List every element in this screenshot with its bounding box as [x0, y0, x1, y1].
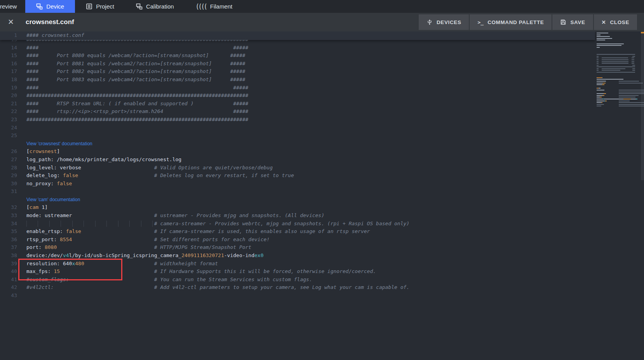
command-palette-button-label: COMMAND PALETTE [487, 19, 544, 25]
code-token: #### [26, 108, 38, 114]
code-token: false [57, 181, 72, 186]
code-token: #### [26, 45, 38, 50]
minimap-row [597, 101, 641, 101]
code-token [81, 165, 154, 170]
code-line: 25 [0, 132, 594, 140]
code-line: 19#### ##### [0, 84, 594, 92]
minimap-row [597, 57, 641, 58]
code-token [193, 101, 233, 106]
code-token: ########################################… [26, 92, 248, 98]
close-button[interactable]: ✕ CLOSE [594, 14, 637, 30]
code-token [212, 77, 230, 82]
tab-filament[interactable]: (((( Filament [185, 0, 244, 13]
code-token: 24091116320721 [181, 252, 224, 258]
code-token [38, 52, 57, 58]
minimap-row [597, 104, 641, 105]
code-token: ##### [233, 45, 248, 50]
line-number: 30 [0, 180, 17, 188]
code-token: delete_log: [26, 172, 63, 178]
minimap-row [597, 43, 641, 44]
code-token: device:/dev/ [26, 252, 63, 258]
minimap-row [597, 97, 641, 97]
scrollbar-marker [641, 32, 644, 33]
code-token: Port 8082 equals /webcam3/?action=[strea… [57, 68, 212, 74]
code-token: ##### [230, 61, 245, 66]
sticky-line-number: 1 [0, 31, 17, 40]
code-text: ########################################… [26, 92, 248, 100]
line-number: 43 [0, 292, 17, 300]
tab-calibration[interactable]: Calibration [125, 0, 185, 13]
code-text: #### Port 8081 equals /webcam2/?action=[… [26, 60, 245, 68]
tab-device[interactable]: Device [25, 0, 75, 13]
save-button[interactable]: SAVE [552, 14, 593, 30]
codelens-link[interactable]: View 'crowsnest' documentation [26, 141, 92, 146]
code-token: Port 8083 equals /webcam4/?action=[strea… [57, 77, 212, 82]
file-title: crowsnest.conf [26, 13, 74, 31]
minimap-row [597, 106, 641, 106]
minimap-row [597, 36, 641, 37]
code-token: rtsp_port: [26, 237, 60, 242]
line-number: 22 [0, 108, 17, 116]
code-token: Port 8080 equals /webcam/?action=[stream… [57, 52, 209, 58]
code-text: delete_log: false # Deletes log on every… [26, 172, 294, 180]
devices-button-label: DEVICES [437, 19, 461, 25]
code-text: #### Port 8082 equals /webcam3/?action=[… [26, 68, 245, 76]
code-text: [cam 1] [26, 203, 48, 212]
minimap[interactable] [597, 33, 641, 110]
code-token: mode: ustreamer [26, 212, 72, 218]
code-editor[interactable]: 13######################################… [0, 31, 644, 360]
minimap-row [597, 77, 641, 78]
code-token [212, 61, 230, 66]
code-token: #### [26, 52, 38, 58]
codelens-link[interactable]: View 'cam' documentation [26, 197, 80, 202]
minimap-row [597, 84, 641, 85]
code-text: rtsp_port: 8554 # Set different ports fo… [26, 236, 270, 244]
minimap-row [597, 54, 641, 55]
tab-filament-label: Filament [210, 3, 233, 10]
highlight-box [18, 259, 122, 280]
code-line: 36rtsp_port: 8554 # Set different ports … [0, 236, 594, 244]
sticky-line-code: #### crowsnest.conf [26, 31, 84, 40]
code-token: 1] [38, 204, 47, 210]
code-token: rtsp://<ip>:<rtsp_port>/stream.h264 [57, 108, 163, 114]
minimap-row [597, 70, 641, 71]
line-number: 19 [0, 84, 17, 92]
line-number: 34 [0, 220, 17, 228]
code-line: 29delete_log: false # Deletes log on eve… [0, 172, 594, 180]
code-token: ] [57, 148, 60, 154]
code-token: log_level: verbose [26, 165, 81, 170]
code-token: #v4l2ctl: [26, 284, 54, 290]
code-line: 31 [0, 188, 594, 196]
line-number: 20 [0, 92, 17, 100]
code-token: # Valid Options are quiet/verbose/debug [154, 165, 273, 170]
code-text: #### Port 8083 equals /webcam4/?action=[… [26, 76, 245, 84]
code-token: # Deletes log on every restart, if set t… [154, 172, 294, 178]
close-file-icon[interactable]: ✕ [6, 17, 16, 27]
code-line: 17#### Port 8082 equals /webcam3/?action… [0, 68, 594, 76]
minimap-row [597, 108, 641, 108]
minimap-row [597, 75, 641, 76]
line-number: 42 [0, 283, 17, 292]
tab-preview[interactable]: Preview [0, 0, 25, 13]
sticky-line: 1 #### crowsnest.conf [0, 31, 595, 40]
code-token: # If Hardware Supports this it will be f… [154, 268, 376, 274]
code-token: no_proxy: [26, 181, 57, 186]
app-root: { "nav": { "tabs": [ {"label": "Preview"… [0, 0, 644, 360]
minimap-row [597, 63, 641, 64]
editor-scrollbar[interactable] [641, 31, 644, 360]
code-token [72, 212, 154, 218]
code-token [38, 85, 233, 90]
devices-button[interactable]: DEVICES [419, 14, 469, 30]
minimap-row [597, 33, 641, 33]
tab-project[interactable]: Project [75, 0, 125, 13]
code-token: ex0 [254, 252, 263, 258]
code-token: port: [26, 244, 45, 250]
code-token [72, 237, 154, 242]
code-line: 42#v4l2ctl: # Add v4l2-ctl parameters to… [0, 283, 594, 292]
code-line: 34 # camera-streamer - Provides webrtc, … [0, 220, 594, 228]
calibration-icon [136, 3, 143, 10]
command-palette-button[interactable]: >_ COMMAND PALETTE [470, 14, 552, 30]
code-token [81, 228, 154, 234]
line-number: 23 [0, 116, 17, 124]
code-text: # camera-streamer - Provides webrtc, mjp… [26, 220, 409, 228]
